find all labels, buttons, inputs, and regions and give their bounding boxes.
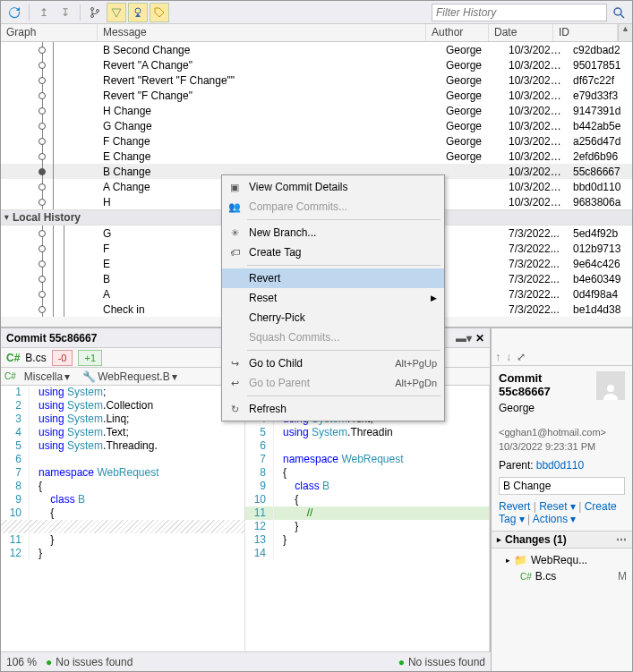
- menu-item-reset[interactable]: Reset▶: [222, 288, 444, 308]
- tree-folder[interactable]: ▸ 📁 WebRequ...: [497, 552, 627, 568]
- refresh-icon[interactable]: [4, 3, 24, 22]
- code-line: 7namespace WebRequest: [1, 466, 244, 480]
- diff-nav-prev-icon[interactable]: ↑: [495, 351, 500, 363]
- cell-msg: Revert "F Change": [98, 89, 441, 102]
- col-graph[interactable]: Graph: [1, 24, 98, 41]
- cell-author: George: [441, 59, 503, 72]
- cell-msg: H Change: [98, 105, 441, 117]
- cell-id: 5ed4f92b: [568, 227, 632, 240]
- commit-action[interactable]: Actions ▾: [533, 513, 577, 525]
- cell-msg: F Change: [98, 135, 441, 148]
- cell-id: b4e60349: [568, 273, 632, 285]
- filter-history-input[interactable]: [432, 4, 607, 21]
- code-line: 7namespace WebRequest: [245, 453, 489, 466]
- menu-item-label: Create Tag: [249, 246, 301, 259]
- svg-point-1: [91, 14, 94, 17]
- code-line: 12 }: [245, 520, 489, 533]
- col-date[interactable]: Date: [489, 24, 553, 41]
- cell-id: df67c22f: [568, 74, 632, 87]
- cell-author: George: [441, 135, 503, 148]
- history-row[interactable]: Revert "F Change"George10/3/2022...e79d3…: [1, 88, 632, 103]
- cell-author: George: [441, 44, 503, 56]
- history-row[interactable]: F ChangeGeorge10/3/2022...a256d47d: [1, 133, 632, 149]
- incoming-icon[interactable]: ↧: [56, 3, 75, 22]
- tree-file[interactable]: C# B.cs M: [497, 568, 627, 584]
- cell-id: bbd0d110: [568, 181, 632, 193]
- history-row[interactable]: G ChangeGeorge10/3/2022...b442ab5e: [1, 118, 632, 133]
- filter-tags-icon[interactable]: [150, 3, 169, 22]
- namespace-dropdown-left[interactable]: Miscella ▾: [20, 370, 74, 384]
- cell-msg: E Change: [98, 150, 441, 163]
- code-line: 13}: [245, 533, 489, 547]
- menu-shortcut: Alt+PgUp: [395, 358, 437, 369]
- menu-item-view-commit-details[interactable]: ▣View Commit Details: [222, 177, 444, 197]
- refresh-icon: ↻: [227, 402, 242, 416]
- diff-expand-icon[interactable]: ⤢: [517, 351, 526, 363]
- col-author[interactable]: Author: [426, 24, 489, 41]
- cell-date: 7/3/2022...: [503, 273, 568, 285]
- menu-item-revert[interactable]: Revert: [222, 268, 444, 288]
- code-line: 2using System.Collection: [1, 399, 244, 413]
- svg-point-0: [91, 7, 94, 10]
- menu-item-new-branch-[interactable]: ✳New Branch...: [222, 223, 444, 242]
- diff-left: 1using System;2using System.Collection3u…: [1, 386, 245, 671]
- cell-author: George: [441, 150, 503, 163]
- cell-date: 10/3/2022...: [503, 196, 568, 208]
- parent-link[interactable]: bbd0d110: [536, 459, 584, 472]
- cell-author: George: [441, 120, 503, 132]
- menu-item-go-to-child[interactable]: ↪Go to ChildAlt+PgUp: [222, 353, 444, 373]
- context-menu: ▣View Commit Details👥Compare Commits...✳…: [221, 174, 445, 421]
- commit-author: George: [499, 402, 625, 414]
- zoom-level[interactable]: 106 %: [6, 656, 37, 668]
- filter-remote-icon[interactable]: [128, 3, 148, 22]
- history-row[interactable]: Revert "A Change"George10/3/2022...95017…: [1, 57, 632, 72]
- outgoing-icon[interactable]: ↥: [34, 3, 54, 22]
- menu-item-label: New Branch...: [249, 226, 316, 239]
- menu-item-compare-commits-: 👥Compare Commits...: [222, 197, 444, 217]
- code-line: 8{: [245, 466, 489, 480]
- menu-item-refresh[interactable]: ↻Refresh: [222, 399, 444, 419]
- tag-icon: 🏷: [227, 245, 242, 259]
- menu-item-label: Squash Commits...: [249, 331, 339, 344]
- menu-shortcut: Alt+PgDn: [395, 378, 437, 388]
- cell-date: 10/3/2022...: [503, 150, 568, 163]
- close-icon[interactable]: ✕: [475, 332, 484, 345]
- menu-item-cherry-pick[interactable]: Cherry-Pick: [222, 308, 444, 327]
- filter-first-icon[interactable]: [107, 3, 126, 22]
- check-icon: ●: [46, 656, 52, 668]
- commit-action[interactable]: Revert: [499, 500, 539, 513]
- code-line: 8{: [1, 480, 244, 493]
- commit-timestamp: 10/3/2022 9:23:31 PM: [499, 441, 625, 452]
- search-icon[interactable]: [609, 3, 629, 22]
- diff-right: 2using System.Collecti3using System.Linq…: [245, 386, 490, 671]
- menu-item-label: View Commit Details: [249, 181, 347, 193]
- code-line: 9 class B: [1, 493, 244, 506]
- history-row[interactable]: Revert "Revert "F Change""George10/3/202…: [1, 72, 632, 88]
- code-line: 10 {: [245, 493, 489, 506]
- changes-header[interactable]: ▸ Changes (1) ⋯: [492, 531, 632, 549]
- history-row[interactable]: E ChangeGeorge10/3/2022...2efd6b96: [1, 149, 632, 164]
- commit-actions: RevertReset ▾Create Tag ▾Actions ▾: [499, 500, 625, 525]
- col-message[interactable]: Message: [98, 24, 426, 41]
- col-id[interactable]: ID: [553, 24, 618, 41]
- scroll-up-icon[interactable]: ▲: [618, 24, 632, 41]
- history-row[interactable]: H ChangeGeorge10/3/2022...9147391d: [1, 103, 632, 118]
- menu-item-create-tag[interactable]: 🏷Create Tag: [222, 242, 444, 262]
- history-row[interactable]: B Second ChangeGeorge10/3/2022...c92dbad…: [1, 42, 632, 57]
- branch-icon[interactable]: [85, 3, 105, 22]
- diff-title: Commit 55c86667: [6, 332, 97, 345]
- more-icon[interactable]: ⋯: [616, 533, 627, 546]
- file-name[interactable]: B.cs: [25, 352, 46, 364]
- submenu-icon: ▶: [431, 293, 437, 302]
- cell-id: 95017851: [568, 59, 632, 72]
- class-dropdown-left[interactable]: 🔧 WebRequest.B ▾: [78, 370, 182, 384]
- window-dropdown-icon[interactable]: ▬▾: [456, 332, 472, 345]
- cell-msg: Revert "A Change": [98, 59, 441, 72]
- cell-id: b442ab5e: [568, 120, 632, 132]
- code-line: [1, 520, 244, 533]
- commit-action[interactable]: Reset ▾: [539, 500, 584, 513]
- parentgo-icon: ↩: [227, 376, 242, 390]
- diff-nav-next-icon[interactable]: ↓: [506, 351, 511, 363]
- cell-id: 2efd6b96: [568, 150, 632, 163]
- cell-date: 7/3/2022...: [503, 288, 568, 301]
